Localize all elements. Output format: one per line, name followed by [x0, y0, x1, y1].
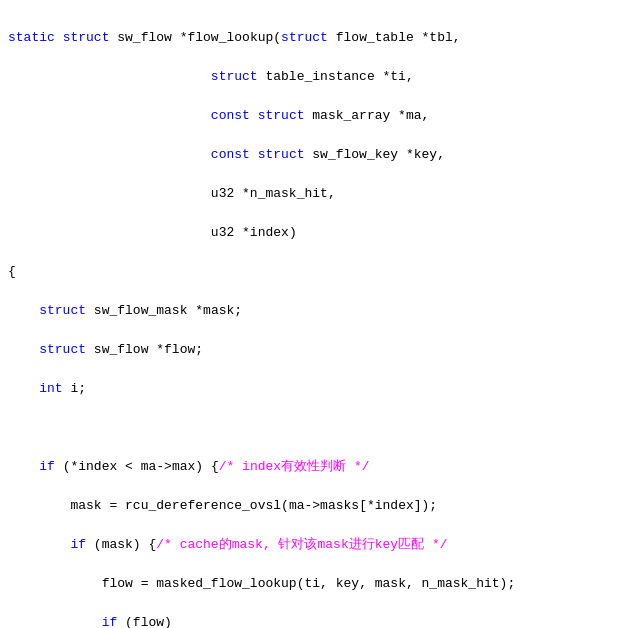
code-line-5: u32 *n_mask_hit,: [8, 184, 627, 204]
code-line-14: if (mask) {/* cache的mask, 针对该mask进行key匹配…: [8, 535, 627, 555]
code-line-4: const struct sw_flow_key *key,: [8, 145, 627, 165]
code-line-13: mask = rcu_dereference_ovsl(ma->masks[*i…: [8, 496, 627, 516]
code-line-9: struct sw_flow *flow;: [8, 340, 627, 360]
code-editor: static struct sw_flow *flow_lookup(struc…: [0, 0, 631, 628]
code-line-12: if (*index < ma->max) {/* index有效性判断 */: [8, 457, 627, 477]
code-line-16: if (flow): [8, 613, 627, 629]
code-line-15: flow = masked_flow_lookup(ti, key, mask,…: [8, 574, 627, 594]
code-line-2: struct table_instance *ti,: [8, 67, 627, 87]
code-line-10: int i;: [8, 379, 627, 399]
code-line-1: static struct sw_flow *flow_lookup(struc…: [8, 28, 627, 48]
code-line-7: {: [8, 262, 627, 282]
code-line-8: struct sw_flow_mask *mask;: [8, 301, 627, 321]
code-line-6: u32 *index): [8, 223, 627, 243]
code-line-3: const struct mask_array *ma,: [8, 106, 627, 126]
code-line-11: [8, 418, 627, 438]
